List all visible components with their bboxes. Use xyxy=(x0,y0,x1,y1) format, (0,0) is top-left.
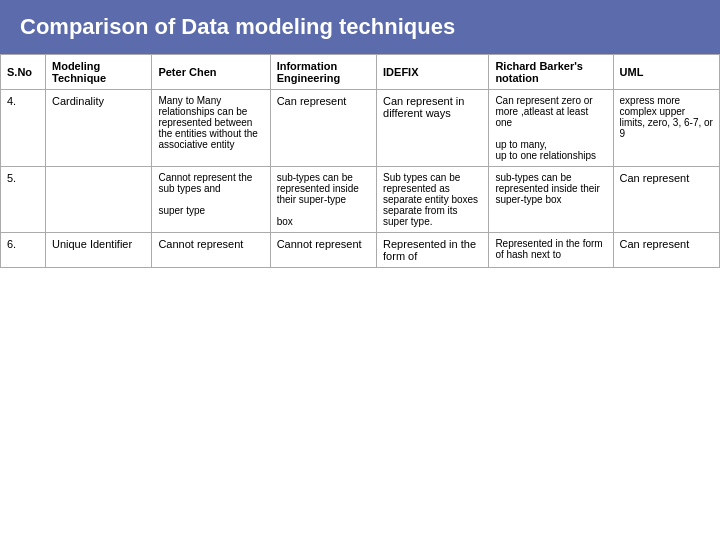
row4-uml: express more complex upper limits, zero,… xyxy=(613,90,719,167)
row5-technique xyxy=(46,167,152,233)
header: Comparison of Data modeling techniques xyxy=(0,0,720,54)
row5-info: sub-types can be represented inside thei… xyxy=(270,167,376,233)
table-row: 6. Unique Identifier Cannot represent Ca… xyxy=(1,233,720,268)
col-header-uml: UML xyxy=(613,55,719,90)
row4-richard: Can represent zero or more ,atleast at l… xyxy=(489,90,613,167)
col-header-richard: Richard Barker's notation xyxy=(489,55,613,90)
col-header-sno: S.No xyxy=(1,55,46,90)
row6-uml: Can represent xyxy=(613,233,719,268)
row4-sno: 4. xyxy=(1,90,46,167)
col-header-peter: Peter Chen xyxy=(152,55,270,90)
row5-sno: 5. xyxy=(1,167,46,233)
row6-richard: Represented in the form of hash next to xyxy=(489,233,613,268)
row5-peter: Cannot represent the sub types and super… xyxy=(152,167,270,233)
row4-technique: Cardinality xyxy=(46,90,152,167)
row6-technique: Unique Identifier xyxy=(46,233,152,268)
row5-idefix: Sub types can be represented as separate… xyxy=(377,167,489,233)
row6-sno: 6. xyxy=(1,233,46,268)
col-header-idefix: IDEFIX xyxy=(377,55,489,90)
row5-uml: Can represent xyxy=(613,167,719,233)
header-title: Comparison of Data modeling techniques xyxy=(20,14,455,39)
row4-info: Can represent xyxy=(270,90,376,167)
row5-richard: sub-types can be represented inside thei… xyxy=(489,167,613,233)
row6-idefix: Represented in the form of xyxy=(377,233,489,268)
table-header-row: S.No Modeling Technique Peter Chen Infor… xyxy=(1,55,720,90)
col-header-technique: Modeling Technique xyxy=(46,55,152,90)
row4-idefix: Can represent in different ways xyxy=(377,90,489,167)
comparison-table: S.No Modeling Technique Peter Chen Infor… xyxy=(0,54,720,268)
table-row: 4. Cardinality Many to Many relationship… xyxy=(1,90,720,167)
row6-peter: Cannot represent xyxy=(152,233,270,268)
col-header-info: Information Engineering xyxy=(270,55,376,90)
row6-info: Cannot represent xyxy=(270,233,376,268)
table-row: 5. Cannot represent the sub types and su… xyxy=(1,167,720,233)
row4-peter: Many to Many relationships can be repres… xyxy=(152,90,270,167)
table-container: S.No Modeling Technique Peter Chen Infor… xyxy=(0,54,720,268)
